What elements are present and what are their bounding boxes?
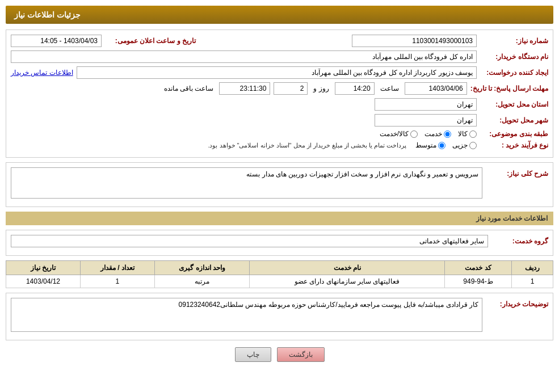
col-vahed: واحد اندازه گیری: [154, 261, 250, 275]
cell-tedad: 1: [80, 275, 154, 288]
mohlat-label: مهلت ارسال پاسخ: تا تاریخ:: [470, 85, 548, 92]
saat-input[interactable]: [335, 82, 375, 95]
back-button[interactable]: بازگشت: [277, 347, 325, 362]
print-button[interactable]: چاپ: [235, 347, 271, 362]
radio-khadamat-label: خدمت: [424, 130, 442, 138]
shomara-niaz-label: شماره نیاز:: [480, 37, 548, 45]
ettelaat-tamas-link[interactable]: اطلاعات تماس خریدار: [11, 69, 73, 77]
cell-tarikh: 1403/04/12: [6, 275, 81, 288]
col-radif: ردیف: [511, 261, 553, 275]
nam-dastgah-input[interactable]: [11, 50, 477, 63]
noe-farayand-label: نوع فرآیند خرید :: [480, 141, 548, 149]
shomara-niaz-input[interactable]: [352, 35, 477, 47]
goroh-khadamat-label: گروه خدمت:: [491, 237, 548, 245]
sharh-label: شرح کلی نیاز:: [486, 167, 548, 178]
radio-kala-khadamat-label: کالا/خدمت: [380, 130, 409, 138]
radio-khadamat-item[interactable]: خدمت: [424, 130, 451, 138]
col-kod: کد خدمت: [445, 261, 512, 275]
radio-khadamat[interactable]: [444, 130, 451, 138]
header-title: جزئیات اطلاعات نیاز: [14, 10, 81, 19]
cell-kod: ط-94-949: [445, 275, 512, 288]
cell-nam: فعالیتهای سایر سازمانهای دارای عضو: [250, 275, 445, 288]
ostan-input[interactable]: [375, 98, 477, 111]
table-row: 1 ط-94-949 فعالیتهای سایر سازمانهای دارا…: [6, 275, 553, 288]
tarikh-elan-label: تاریخ و ساعت اعلان عمومی:: [105, 37, 196, 45]
ejad-konande-label: ایجاد کننده درخواست:: [480, 69, 548, 77]
tarikh-elan-input[interactable]: [11, 35, 102, 47]
tosif-value: کار قرادادی میباشد/به فایل پیوست مراجعه …: [11, 298, 482, 332]
nam-dastgah-label: نام دستگاه خریدار:: [480, 53, 548, 61]
radio-kala-khadamat[interactable]: [410, 130, 418, 138]
cell-radif: 1: [511, 275, 553, 288]
tarikh-input[interactable]: [405, 82, 467, 95]
saatbaghi-input[interactable]: [219, 82, 270, 95]
sharh-value: سرویس و تعمیر و نگهداری نرم افزار و سخت …: [11, 167, 482, 199]
khadamat-title: اطلاعات خدمات مورد نیاز: [6, 212, 553, 225]
radio-kala-khadamat-item[interactable]: کالا/خدمت: [380, 130, 418, 138]
radio-kala-label: کالا: [458, 130, 468, 138]
radio-motavaset[interactable]: [438, 142, 445, 149]
radio-jozii-item[interactable]: جزیی: [452, 141, 477, 149]
radio-motavaset-label: متوسط: [415, 141, 436, 149]
radio-kala[interactable]: [469, 130, 477, 138]
goroh-khadamat-input[interactable]: [11, 235, 488, 247]
farayand-radio-group: جزیی متوسط: [415, 141, 477, 149]
col-tedad: تعداد / مقدار: [80, 261, 154, 275]
cell-vahed: مرتبه: [154, 275, 250, 288]
ejad-konande-input[interactable]: [77, 66, 477, 79]
shahr-input[interactable]: [375, 114, 477, 127]
radio-motavaset-item[interactable]: متوسط: [415, 141, 445, 149]
tabaghe-label: طبقه بندی موضوعی:: [480, 130, 548, 138]
shahr-label: شهر محل تحویل:: [480, 116, 548, 124]
saatbaghi-label: ساعت باقی مانده: [164, 85, 214, 92]
radio-jozii[interactable]: [469, 142, 477, 149]
col-tarikh: تاریخ نیاز: [6, 261, 81, 275]
radio-jozii-label: جزیی: [452, 141, 468, 149]
col-nam: نام خدمت: [250, 261, 445, 275]
page-header: جزئیات اطلاعات نیاز: [6, 6, 553, 24]
ostan-label: استان محل تحویل:: [480, 100, 548, 108]
services-table: ردیف کد خدمت نام خدمت واحد اندازه گیری ت…: [6, 260, 553, 288]
rooz-input[interactable]: [274, 82, 308, 95]
button-row: بازگشت چاپ: [6, 347, 553, 362]
saat-label: ساعت: [380, 85, 399, 92]
radio-kala-item[interactable]: کالا: [458, 130, 477, 138]
tosif-label: توضیحات خریدار:: [486, 298, 548, 308]
rooz-label: روز و: [313, 85, 329, 92]
tabaghe-radio-group: کالا خدمت کالا/خدمت: [380, 130, 477, 138]
farayand-note: پرداخت تمام یا بخشی از مبلغ خریدار از مح…: [208, 142, 406, 149]
